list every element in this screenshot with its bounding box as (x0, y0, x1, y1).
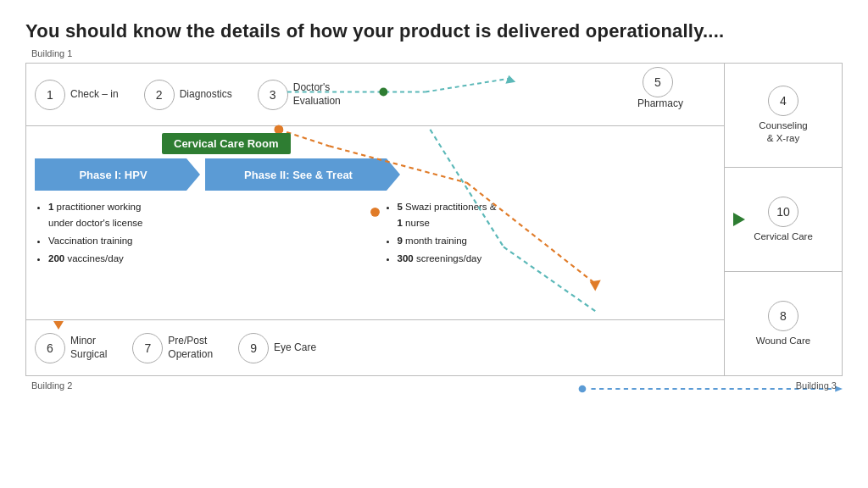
diagram-area: Building 1 1 Check – in 2 Diagnostics 3 (25, 63, 843, 376)
bullet-r1-rest: Swazi practitioners &1 nurse (398, 202, 497, 228)
bullet-l2: Vaccination training (48, 236, 133, 246)
label-diagnostics: Diagnostics (180, 88, 232, 102)
phase1-label: Phase I: HPV (79, 169, 147, 181)
main-block: Building 1 1 Check – in 2 Diagnostics 3 (25, 63, 724, 376)
station-3: 3 Doctor'sEvaluation (258, 80, 341, 110)
right-col: 4 Counseling& X-ray 10 Cervical Care 8 W… (724, 63, 843, 376)
circle-2: 2 (144, 80, 175, 110)
circle-6: 6 (35, 333, 65, 363)
bullet-r3-bold: 300 (398, 253, 414, 263)
station-6: 6 MinorSurgical (35, 333, 107, 363)
station-1: 1 Check – in (35, 80, 119, 110)
circle-3: 3 (258, 80, 288, 110)
circle-8: 8 (768, 301, 798, 331)
label-prepost: Pre/PostOperation (168, 335, 213, 361)
building1-label: Building 1 (31, 48, 72, 58)
phase1-arrow: Phase I: HPV (35, 158, 200, 191)
svg-line-1 (426, 79, 509, 92)
bullet-r2-rest: month training (403, 236, 467, 246)
right-cell-4: 4 Counseling& X-ray (725, 64, 842, 168)
station-5-wrap: 5 Pharmacy (632, 67, 683, 111)
phase2-arrow: Phase II: See & Treat (205, 158, 400, 191)
label-doctors-eval: Doctor'sEvaluation (293, 81, 341, 108)
bottom-row: 6 MinorSurgical 7 Pre/PostOperation 9 Ey… (26, 319, 724, 375)
circle-7: 7 (132, 333, 163, 363)
slide: You should know the details of how your … (0, 0, 868, 488)
bullets-left: 1 practitioner workingunder doctor's lic… (35, 199, 367, 269)
label-pharmacy: Pharmacy (637, 97, 683, 111)
label-checkin: Check – in (70, 88, 119, 102)
circle-1: 1 (35, 80, 65, 110)
station-7: 7 Pre/PostOperation (132, 333, 213, 363)
bullets-area: 1 practitioner workingunder doctor's lic… (35, 199, 715, 269)
circle-9: 9 (238, 333, 269, 363)
label-cervical-care: Cervical Care (754, 230, 813, 243)
right-cell-10: 10 Cervical Care (725, 168, 842, 272)
station-9: 9 Eye Care (238, 333, 316, 363)
label-wound-care: Wound Care (756, 335, 810, 347)
svg-point-12 (579, 385, 587, 393)
building2-label: Building 2 (31, 380, 72, 391)
bullet-l3-rest: vaccines/day (64, 253, 124, 263)
svg-point-3 (379, 88, 387, 97)
label-minor-surgical: MinorSurgical (70, 335, 107, 361)
bullets-right: 5 Swazi practitioners &1 nurse 9 month t… (384, 199, 716, 269)
circle-4: 4 (768, 86, 798, 116)
svg-marker-2 (505, 75, 515, 84)
building3-label: Building 3 (796, 380, 837, 391)
slide-title: You should know the details of how your … (25, 20, 843, 42)
phases-row: Phase I: HPV Phase II: See & Treat (35, 158, 715, 191)
cervical-room-box: Cervical Care Room (162, 133, 291, 154)
bottom-dotted-row (25, 383, 843, 395)
bullet-r3-rest: screenings/day (414, 253, 482, 263)
phase2-label: Phase II: See & Treat (244, 169, 353, 181)
top-row: 1 Check – in 2 Diagnostics 3 Doctor'sEva… (26, 64, 724, 126)
label-counseling: Counseling& X-ray (759, 119, 808, 145)
label-eyecare: Eye Care (274, 341, 316, 355)
right-cell-8: 8 Wound Care Building 3 (725, 272, 842, 375)
station-2: 2 Diagnostics (144, 80, 232, 110)
bullet-l1-rest: practitioner workingunder doctor's licen… (48, 202, 143, 228)
circle-10: 10 (768, 197, 798, 227)
circle-5: 5 (643, 67, 673, 97)
bullet-l3-bold: 200 (48, 253, 64, 263)
svg-marker-8 (590, 280, 601, 291)
